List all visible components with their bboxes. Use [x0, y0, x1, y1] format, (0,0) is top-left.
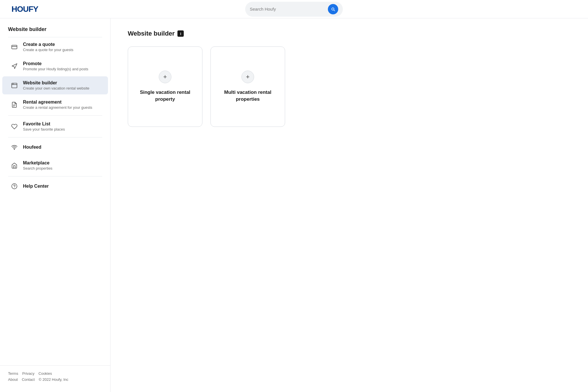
cards-row: + Single vacation rental property + Mult…: [128, 46, 571, 127]
houfeed-icon: [10, 143, 18, 151]
footer-contact-link[interactable]: Contact: [22, 377, 35, 382]
sidebar-item-houfeed-text: Houfeed: [23, 145, 41, 150]
multi-property-plus-icon: +: [241, 71, 254, 83]
sidebar-item-marketplace[interactable]: Marketplace Search properties: [2, 156, 108, 174]
quote-icon: [10, 43, 18, 51]
promote-icon: [10, 62, 18, 70]
svg-rect-0: [12, 45, 17, 49]
sidebar-item-houfeed[interactable]: Houfeed: [2, 139, 108, 155]
heart-icon: [10, 123, 18, 131]
sidebar-divider: [8, 37, 102, 37]
multi-property-card[interactable]: + Multi vacation rental properties: [210, 46, 285, 127]
sidebar-item-create-quote-text: Create a quote Create a quote for your g…: [23, 42, 74, 52]
search-button[interactable]: [328, 4, 338, 14]
footer-privacy-link[interactable]: Privacy: [22, 371, 34, 376]
search-input[interactable]: [250, 7, 326, 11]
main-content: Website builder i + Single vacation rent…: [111, 18, 588, 392]
sidebar-item-website-builder[interactable]: Website builder Create your own vacation…: [2, 76, 108, 94]
sidebar-item-promote[interactable]: Promote Promote your Houfy listing(s) an…: [2, 57, 108, 75]
website-builder-icon: [10, 81, 18, 90]
sidebar-item-help-center[interactable]: Help Center: [2, 178, 108, 194]
sidebar-item-marketplace-text: Marketplace Search properties: [23, 160, 53, 170]
sidebar-item-website-builder-text: Website builder Create your own vacation…: [23, 80, 89, 90]
svg-point-8: [12, 184, 17, 189]
sidebar-item-promote-text: Promote Promote your Houfy listing(s) an…: [23, 61, 88, 71]
sidebar-title: Website builder: [0, 23, 110, 37]
footer-cookies-link[interactable]: Cookies: [38, 371, 52, 376]
svg-rect-2: [12, 83, 17, 88]
sidebar-item-rental-agreement[interactable]: Rental agreement Create a rental agreeme…: [2, 96, 108, 114]
marketplace-icon: [10, 162, 18, 170]
info-icon[interactable]: i: [177, 30, 184, 37]
sidebar-divider-2: [8, 115, 102, 116]
footer-about-link[interactable]: About: [8, 377, 18, 382]
layout: Website builder Create a quote Create a …: [0, 18, 588, 392]
sidebar-item-rental-agreement-text: Rental agreement Create a rental agreeme…: [23, 100, 92, 110]
sidebar-divider-4: [8, 176, 102, 176]
header: HOUFY: [0, 0, 588, 18]
page-title: Website builder: [128, 30, 175, 37]
sidebar-footer: Terms Privacy Cookies About Contact © 20…: [0, 365, 110, 387]
help-icon: [10, 182, 18, 190]
footer-terms-link[interactable]: Terms: [8, 371, 18, 376]
sidebar-item-favorite-list-text: Favorite List Save your favorite places: [23, 121, 65, 131]
rental-agreement-icon: [10, 101, 18, 109]
single-property-plus-icon: +: [159, 71, 171, 83]
footer-copyright: © 2022 Houfy, Inc: [39, 377, 68, 382]
logo[interactable]: HOUFY: [11, 5, 38, 14]
svg-point-7: [14, 149, 15, 150]
sidebar-item-help-center-text: Help Center: [23, 184, 49, 189]
sidebar-divider-3: [8, 137, 102, 137]
sidebar-item-favorite-list[interactable]: Favorite List Save your favorite places: [2, 117, 108, 135]
single-property-card[interactable]: + Single vacation rental property: [128, 46, 202, 127]
sidebar: Website builder Create a quote Create a …: [0, 18, 111, 392]
search-icon: [331, 7, 335, 11]
single-property-label: Single vacation rental property: [128, 89, 202, 103]
multi-property-label: Multi vacation rental properties: [211, 89, 285, 103]
sidebar-item-create-quote[interactable]: Create a quote Create a quote for your g…: [2, 38, 108, 56]
main-header: Website builder i: [128, 30, 571, 37]
search-bar: [245, 2, 343, 17]
